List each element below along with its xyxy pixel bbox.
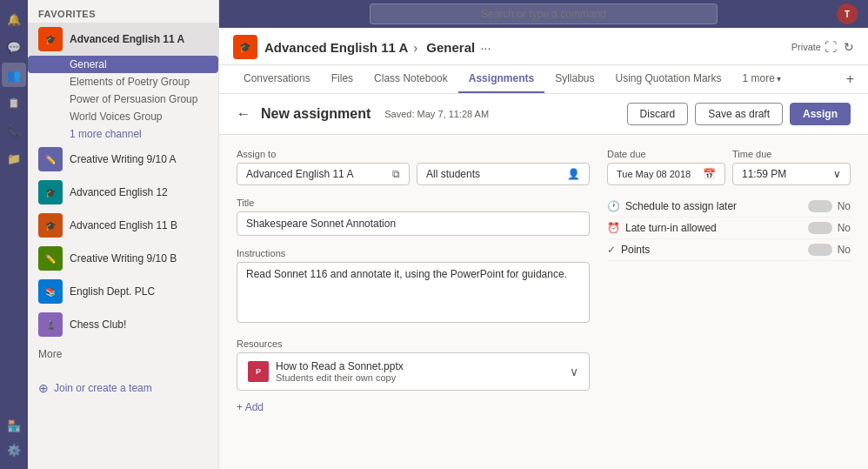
date-due-value: Tue May 08 2018 bbox=[617, 169, 691, 179]
team-name-adv-english-11a: Advanced English 11 A bbox=[70, 33, 201, 45]
schedule-toggle[interactable] bbox=[808, 200, 832, 212]
chat-icon[interactable]: 💬 bbox=[2, 35, 26, 59]
calls-icon[interactable]: 📞 bbox=[2, 118, 26, 143]
assign-to-label: Assign to bbox=[237, 149, 590, 159]
team-item-adv-english-11b[interactable]: 🎓 Advanced English 11 B ··· bbox=[28, 209, 218, 242]
late-toggle[interactable] bbox=[808, 222, 832, 234]
team-item-creative-9-10a[interactable]: ✏️ Creative Writing 9/10 A ··· bbox=[28, 143, 218, 176]
assignment-area: ← New assignment Saved: May 7, 11:28 AM … bbox=[219, 94, 868, 469]
assign-to-input[interactable]: Advanced English 11 A ⧉ bbox=[237, 163, 410, 185]
team-header: 🎓 Advanced English 11 A › General ··· Pr… bbox=[219, 28, 868, 65]
command-search-input[interactable] bbox=[370, 3, 718, 24]
title-input[interactable] bbox=[237, 211, 590, 236]
tab-syllabus[interactable]: Syllabus bbox=[544, 65, 604, 93]
all-students-value: All students bbox=[426, 168, 480, 180]
team-avatar-adv-english-11a: 🎓 bbox=[38, 27, 63, 51]
assignment-header: ← New assignment Saved: May 7, 11:28 AM … bbox=[219, 94, 868, 135]
save-draft-button[interactable]: Save as draft bbox=[695, 103, 783, 125]
form-body: Assign to Advanced English 11 A ⧉ All st… bbox=[219, 135, 868, 443]
team-name-chess-club: Chess Club! bbox=[70, 318, 201, 331]
team-header-private: Private bbox=[791, 42, 825, 52]
assignments-icon[interactable]: 📋 bbox=[2, 90, 26, 115]
calendar-icon: 📅 bbox=[703, 168, 716, 180]
points-toggle[interactable] bbox=[808, 244, 832, 256]
assign-to-row: Advanced English 11 A ⧉ All students 👤 bbox=[237, 163, 590, 185]
tab-class-notebook[interactable]: Class Notebook bbox=[364, 65, 458, 93]
channel-general[interactable]: General bbox=[28, 56, 218, 73]
team-avatar-creative-9-10b: ✏️ bbox=[38, 246, 63, 271]
time-due-group: Time due 11:59 PM ∨ bbox=[732, 149, 851, 185]
team-name-creative-9-10b: Creative Writing 9/10 B bbox=[70, 252, 201, 265]
assign-to-group: Assign to Advanced English 11 A ⧉ All st… bbox=[237, 149, 590, 185]
add-tab-icon[interactable]: + bbox=[846, 71, 854, 87]
all-students-input[interactable]: All students 👤 bbox=[417, 163, 590, 185]
time-due-value: 11:59 PM bbox=[742, 168, 786, 180]
discard-button[interactable]: Discard bbox=[627, 103, 689, 125]
team-item-chess-club[interactable]: ♟️ Chess Club! ··· bbox=[28, 308, 218, 341]
resource-name: How to Read a Sonnet.pptx bbox=[276, 360, 404, 372]
settings-icon[interactable]: ⚙️ bbox=[2, 438, 26, 462]
instructions-textarea[interactable]: Read Sonnet 116 and annotate it, using t… bbox=[237, 262, 590, 323]
command-bar: T bbox=[219, 0, 868, 28]
late-row: ⏰ Late turn-in allowed No bbox=[607, 218, 851, 239]
tab-files[interactable]: Files bbox=[321, 65, 364, 93]
expand-icon[interactable]: ⛶ bbox=[825, 40, 837, 54]
time-due-input[interactable]: 11:59 PM ∨ bbox=[732, 163, 851, 185]
join-create-label: Join or create a team bbox=[54, 382, 152, 394]
team-item-adv-english-11a[interactable]: 🎓 Advanced English 11 A ··· bbox=[28, 23, 218, 56]
channel-power[interactable]: Power of Persuasion Group bbox=[28, 90, 218, 108]
files-icon[interactable]: 📁 bbox=[2, 146, 26, 171]
assignment-actions: Discard Save as draft Assign bbox=[627, 103, 851, 125]
team-header-title: Advanced English 11 A bbox=[264, 40, 408, 55]
team-avatar-adv-english-12: 🎓 bbox=[38, 180, 63, 204]
store-icon[interactable]: 🏪 bbox=[2, 413, 26, 438]
channel-world-label: World Voices Group bbox=[70, 111, 163, 123]
add-resource-button[interactable]: + Add bbox=[237, 398, 590, 417]
team-avatar-adv-english-11b: 🎓 bbox=[38, 213, 63, 238]
header-actions: ⛶ ↻ bbox=[825, 40, 854, 54]
time-due-label: Time due bbox=[732, 149, 851, 159]
assignment-title: New assignment bbox=[261, 106, 371, 122]
sidebar-more[interactable]: More bbox=[28, 341, 218, 367]
team-item-adv-english-12[interactable]: 🎓 Advanced English 12 ··· bbox=[28, 176, 218, 209]
teams-icon[interactable]: 👥 bbox=[2, 63, 26, 87]
team-sidebar: Favorites 🎓 Advanced English 11 A ··· Ge… bbox=[28, 0, 219, 469]
date-due-label: Date due bbox=[607, 149, 725, 159]
team-avatar-creative-9-10a: ✏️ bbox=[38, 147, 63, 171]
team-item-creative-9-10b[interactable]: ✏️ Creative Writing 9/10 B ··· bbox=[28, 242, 218, 275]
activity-bar: 🔔 💬 👥 📋 📞 📁 🏪 ⚙️ bbox=[0, 0, 28, 469]
title-group: Title bbox=[237, 198, 590, 236]
resource-item: P How to Read a Sonnet.pptx Students edi… bbox=[237, 352, 590, 391]
back-arrow[interactable]: ← bbox=[237, 106, 250, 122]
more-channels-link[interactable]: 1 more channel bbox=[28, 125, 218, 143]
user-avatar[interactable]: T bbox=[837, 3, 858, 24]
resource-info: How to Read a Sonnet.pptx Students edit … bbox=[276, 360, 404, 383]
channel-world[interactable]: World Voices Group bbox=[28, 108, 218, 125]
activity-icon[interactable]: 🔔 bbox=[2, 7, 26, 31]
resource-chevron-icon[interactable]: ∨ bbox=[570, 365, 578, 379]
tab-more[interactable]: 1 more ▾ bbox=[732, 65, 791, 93]
resource-sub: Students edit their own copy bbox=[276, 372, 404, 383]
resources-label: Resources bbox=[237, 338, 590, 349]
points-label: Points bbox=[621, 244, 808, 256]
date-due-input[interactable]: Tue May 08 2018 📅 bbox=[607, 163, 725, 185]
tab-assignments[interactable]: Assignments bbox=[458, 65, 544, 93]
instructions-label: Instructions bbox=[237, 248, 590, 258]
favorites-label: Favorites bbox=[28, 0, 218, 23]
points-icon: ✓ bbox=[607, 244, 616, 256]
channel-elements-label: Elements of Poetry Group bbox=[70, 76, 190, 88]
tab-conversations[interactable]: Conversations bbox=[233, 65, 321, 93]
points-row: ✓ Points No bbox=[607, 239, 851, 261]
tab-quotation[interactable]: Using Quotation Marks bbox=[605, 65, 732, 93]
tab-bar: Conversations Files Class Notebook Assig… bbox=[219, 65, 868, 94]
team-header-channel: General bbox=[426, 40, 475, 55]
team-name-adv-english-12: Advanced English 12 bbox=[70, 186, 201, 198]
refresh-icon[interactable]: ↻ bbox=[844, 40, 854, 54]
date-time-row: Date due Tue May 08 2018 📅 Time due 11:5… bbox=[607, 149, 851, 185]
team-header-ellipsis[interactable]: ··· bbox=[480, 40, 491, 55]
channel-elements[interactable]: Elements of Poetry Group bbox=[28, 73, 218, 90]
team-avatar-english-plc: 📚 bbox=[38, 279, 63, 304]
join-create-team[interactable]: ⊕ Join or create a team bbox=[28, 374, 218, 402]
assign-button[interactable]: Assign bbox=[790, 103, 851, 125]
team-item-english-plc[interactable]: 📚 English Dept. PLC ··· bbox=[28, 275, 218, 308]
